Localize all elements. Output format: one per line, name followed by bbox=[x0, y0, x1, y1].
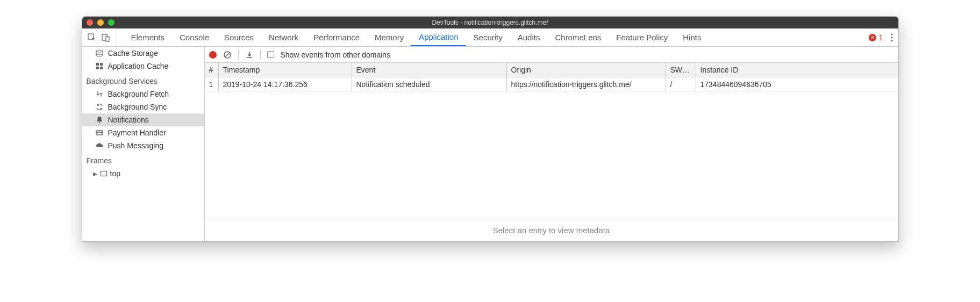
col-timestamp[interactable]: Timestamp bbox=[219, 63, 352, 77]
svg-point-4 bbox=[891, 37, 892, 38]
svg-rect-9 bbox=[96, 67, 99, 69]
cell-instance-id: 17348446094636705 bbox=[696, 77, 898, 91]
devtools-tabbar: Elements Console Sources Network Perform… bbox=[82, 28, 898, 47]
sidebar-item-label: Background Fetch bbox=[108, 90, 169, 98]
application-sidebar: Cache Storage Application Cache Backgrou… bbox=[82, 47, 205, 241]
show-other-domains-checkbox[interactable] bbox=[267, 51, 274, 58]
cell-number: 1 bbox=[205, 77, 219, 91]
sidebar-item-cache-storage[interactable]: Cache Storage bbox=[82, 47, 204, 60]
svg-rect-8 bbox=[100, 63, 103, 66]
svg-rect-14 bbox=[101, 171, 106, 176]
table-row[interactable]: 1 2019-10-24 14:17:36.256 Notification s… bbox=[205, 77, 898, 92]
grid-icon bbox=[95, 62, 104, 70]
cell-sw-scope: / bbox=[666, 77, 696, 91]
svg-rect-10 bbox=[100, 67, 103, 69]
disclosure-triangle-icon[interactable]: ▶ bbox=[93, 171, 97, 177]
svg-line-16 bbox=[225, 53, 230, 57]
card-icon bbox=[95, 128, 104, 137]
col-instance-id[interactable]: Instance ID bbox=[696, 63, 898, 77]
tab-security[interactable]: Security bbox=[466, 28, 510, 46]
fetch-icon bbox=[95, 90, 104, 98]
sidebar-item-background-sync[interactable]: Background Sync bbox=[82, 100, 204, 113]
sidebar-item-label: Background Sync bbox=[108, 103, 167, 111]
window-title: DevTools - notification-triggers.glitch.… bbox=[82, 19, 898, 26]
tab-feature-policy[interactable]: Feature Policy bbox=[609, 28, 675, 46]
sidebar-section-background-services: Background Services bbox=[82, 73, 204, 88]
tab-hints[interactable]: Hints bbox=[675, 28, 709, 46]
frame-label: top bbox=[110, 169, 120, 178]
show-other-domains-label: Show events from other domains bbox=[281, 51, 391, 59]
sidebar-item-label: Notifications bbox=[108, 116, 149, 124]
db-icon bbox=[95, 49, 104, 57]
sidebar-item-application-cache[interactable]: Application Cache bbox=[82, 60, 204, 73]
sidebar-item-background-fetch[interactable]: Background Fetch bbox=[82, 88, 204, 100]
tab-sources[interactable]: Sources bbox=[217, 28, 261, 46]
events-table-header: # Timestamp Event Origin SW … Instance I… bbox=[205, 63, 898, 77]
window-titlebar: DevTools - notification-triggers.glitch.… bbox=[82, 17, 898, 28]
cell-origin: https://notification-triggers.glitch.me/ bbox=[507, 77, 666, 91]
tab-application[interactable]: Application bbox=[411, 28, 466, 46]
device-toggle-icon[interactable] bbox=[102, 33, 110, 42]
metadata-placeholder: Select an entry to view metadata bbox=[205, 219, 898, 241]
clear-icon[interactable] bbox=[223, 51, 232, 59]
col-number[interactable]: # bbox=[205, 63, 219, 77]
tab-elements[interactable]: Elements bbox=[124, 28, 173, 46]
tab-console[interactable]: Console bbox=[172, 28, 217, 46]
download-icon[interactable] bbox=[245, 51, 254, 59]
more-menu-icon[interactable] bbox=[891, 33, 893, 42]
cell-event: Notification scheduled bbox=[352, 77, 507, 91]
svg-point-11 bbox=[98, 122, 100, 124]
svg-point-5 bbox=[891, 40, 892, 41]
record-button[interactable] bbox=[209, 51, 217, 59]
col-sw-scope[interactable]: SW … bbox=[666, 63, 696, 77]
bell-icon bbox=[95, 116, 104, 124]
svg-rect-2 bbox=[106, 37, 109, 41]
sidebar-frame-top[interactable]: ▶ top bbox=[82, 167, 204, 180]
tab-chromelens[interactable]: ChromeLens bbox=[547, 28, 609, 46]
tab-audits[interactable]: Audits bbox=[510, 28, 548, 46]
sidebar-item-payment-handler[interactable]: Payment Handler bbox=[82, 126, 204, 139]
col-origin[interactable]: Origin bbox=[507, 63, 666, 77]
svg-point-3 bbox=[891, 33, 892, 35]
error-count: 1 bbox=[878, 33, 883, 42]
inspect-icon[interactable] bbox=[88, 33, 96, 42]
sidebar-item-label: Payment Handler bbox=[108, 128, 166, 137]
events-toolbar: Show events from other domains bbox=[205, 47, 898, 63]
cell-timestamp: 2019-10-24 14:17:36.256 bbox=[219, 77, 352, 91]
error-icon: ✕ bbox=[869, 34, 876, 41]
sidebar-item-label: Application Cache bbox=[108, 62, 169, 70]
error-indicator[interactable]: ✕ 1 bbox=[869, 33, 883, 42]
frame-icon bbox=[99, 169, 108, 178]
sidebar-item-label: Cache Storage bbox=[108, 49, 158, 57]
svg-point-6 bbox=[96, 50, 103, 52]
svg-rect-7 bbox=[96, 63, 99, 66]
tab-memory[interactable]: Memory bbox=[367, 28, 411, 46]
col-event[interactable]: Event bbox=[352, 63, 507, 77]
cloud-icon bbox=[95, 141, 104, 150]
sidebar-item-push-messaging[interactable]: Push Messaging bbox=[82, 139, 204, 152]
sidebar-section-frames: Frames bbox=[82, 152, 204, 167]
tab-network[interactable]: Network bbox=[261, 28, 306, 46]
sidebar-item-notifications[interactable]: Notifications bbox=[82, 113, 204, 126]
tab-performance[interactable]: Performance bbox=[306, 28, 367, 46]
sidebar-item-label: Push Messaging bbox=[108, 141, 164, 150]
sync-icon bbox=[95, 103, 104, 111]
